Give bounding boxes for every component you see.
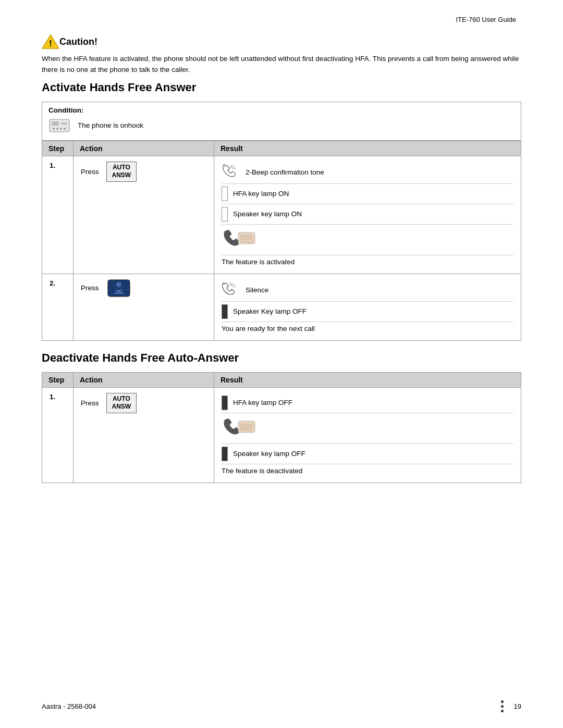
result-item-silence: Silence <box>222 279 513 302</box>
footer-left: Aastra - 2568-004 <box>42 702 96 710</box>
deactivate-steps-table: Step Action Result 1. Press AUTOANSW <box>42 372 521 483</box>
svg-rect-15 <box>238 421 255 433</box>
condition-box: Condition: The phone is onhook <box>42 102 521 141</box>
speaker-lamp-off-text: Speaker Key lamp OFF <box>233 307 307 315</box>
deact-speaker-lamp-off-icon <box>222 447 228 461</box>
silence-button-icon[interactable] <box>107 279 130 297</box>
auto-answ-key-1[interactable]: AUTOANSW <box>106 162 137 182</box>
press-label-1: Press <box>81 168 99 176</box>
header-title: ITE-760 User Guide <box>456 16 516 23</box>
footer-dots <box>501 700 504 712</box>
deact-press-action-1: Press AUTOANSW <box>81 393 206 413</box>
feature-activated-text: The feature is activated <box>222 258 295 266</box>
svg-text:!: ! <box>49 39 52 48</box>
footer-right-group: 19 <box>501 700 521 712</box>
deactivate-section-title: Deactivate Hands Free Auto-Answer <box>42 351 521 365</box>
beep-text: 2-Beep confirmation tone <box>246 168 324 176</box>
svg-rect-3 <box>52 121 59 126</box>
deact-phone-hand-icon <box>222 416 258 441</box>
deact-result-hfa-lamp-off: HFA key lamp OFF <box>222 393 513 413</box>
deact-result-cell-1: HFA key lamp OFF <box>214 387 521 483</box>
step-number-1: 1. <box>42 156 74 274</box>
phone-hand-icon <box>222 227 258 252</box>
dot-3 <box>501 710 504 712</box>
caution-text: When the HFA feature is activated, the p… <box>42 54 521 76</box>
deact-result-phone-hand <box>222 413 513 444</box>
deact-hfa-lamp-off-text: HFA key lamp OFF <box>233 399 292 406</box>
step-number-2: 2. <box>42 274 74 340</box>
result-item-activated: The feature is activated <box>222 255 513 268</box>
caution-triangle-icon: ! <box>42 34 59 50</box>
svg-rect-9 <box>238 232 255 244</box>
deact-speaker-lamp-off-text: Speaker key lamp OFF <box>233 450 305 458</box>
speaker-lamp-off-icon <box>222 304 228 319</box>
onhook-phone-icon <box>48 117 70 134</box>
svg-point-8 <box>64 128 66 130</box>
deact-action-cell-1: Press AUTOANSW <box>74 387 214 483</box>
deact-result-deactivated: The feature is deactivated <box>222 464 513 477</box>
deact-col-result: Result <box>214 372 521 387</box>
result-item-speaker-lamp-on: Speaker key lamp ON <box>222 204 513 225</box>
page-footer: Aastra - 2568-004 19 <box>42 700 521 712</box>
feature-deactivated-text: The feature is deactivated <box>222 467 302 475</box>
deact-press-label: Press <box>81 399 99 407</box>
press-action-2: Press <box>81 279 206 297</box>
footer-page-number: 19 <box>514 702 521 710</box>
deact-col-action: Action <box>74 372 214 387</box>
caution-header: ! Caution! <box>42 34 521 50</box>
deact-auto-answ-key[interactable]: AUTOANSW <box>106 393 137 413</box>
result-item-beep: 2-Beep confirmation tone <box>222 162 513 184</box>
table-row: 1. Press AUTOANSW 2-Be <box>42 156 521 274</box>
condition-row: The phone is onhook <box>48 117 515 134</box>
col-result: Result <box>214 141 521 156</box>
deact-step-number-1: 1. <box>42 387 74 483</box>
caution-label: Caution! <box>59 36 97 47</box>
col-action: Action <box>74 141 214 156</box>
result-item-hfa-lamp: HFA key lamp ON <box>222 184 513 204</box>
result-cell-2: Silence Speaker Key lamp OFF You are rea… <box>214 274 521 340</box>
svg-point-6 <box>56 128 58 130</box>
press-label-2: Press <box>81 284 99 292</box>
result-item-ready: You are ready for the next call <box>222 322 513 335</box>
dot-1 <box>501 700 504 703</box>
phone-icon-2 <box>222 282 240 299</box>
page-header: ITE-760 User Guide <box>42 16 521 23</box>
ready-text: You are ready for the next call <box>222 325 315 332</box>
table-row: 1. Press AUTOANSW HFA key lamp OFF <box>42 387 521 483</box>
svg-rect-4 <box>61 122 67 125</box>
deact-result-speaker-lamp-off: Speaker key lamp OFF <box>222 444 513 464</box>
result-item-speaker-lamp-off: Speaker Key lamp OFF <box>222 302 513 322</box>
activate-section-title: Activate Hands Free Answer <box>42 81 521 94</box>
press-action-1: Press AUTOANSW <box>81 162 206 182</box>
activate-steps-table: Step Action Result 1. Press AUTOANSW <box>42 141 521 341</box>
table-row: 2. Press <box>42 274 521 340</box>
dot-2 <box>501 705 504 708</box>
action-cell-1: Press AUTOANSW <box>74 156 214 274</box>
hfa-lamp-on-text: HFA key lamp ON <box>233 190 289 198</box>
svg-point-14 <box>116 282 121 287</box>
phone-receiver-icon-1 <box>222 164 240 181</box>
svg-point-5 <box>53 128 55 130</box>
condition-label: Condition: <box>48 106 515 114</box>
condition-description: The phone is onhook <box>78 121 143 129</box>
svg-point-7 <box>60 128 62 130</box>
speaker-lamp-on-text: Speaker key lamp ON <box>233 210 302 218</box>
result-cell-1: 2-Beep confirmation tone HFA key lamp ON… <box>214 156 521 274</box>
page-container: ITE-760 User Guide ! Caution! When the H… <box>0 0 563 728</box>
deact-hfa-lamp-off-icon <box>222 396 228 410</box>
col-step: Step <box>42 141 74 156</box>
deact-col-step: Step <box>42 372 74 387</box>
caution-section: ! Caution! When the HFA feature is activ… <box>42 34 521 76</box>
silence-text: Silence <box>246 286 268 294</box>
hfa-lamp-on-icon <box>222 187 228 201</box>
speaker-lamp-on-icon <box>222 207 228 221</box>
action-cell-2: Press <box>74 274 214 340</box>
result-item-phone-hand <box>222 225 513 255</box>
